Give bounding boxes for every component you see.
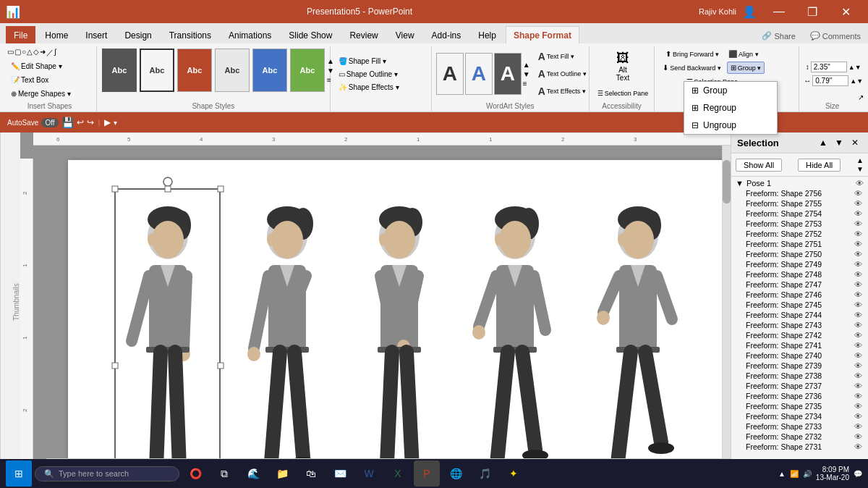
- shape-style-5[interactable]: Abc: [252, 49, 287, 92]
- item-eye-0[interactable]: 👁: [854, 189, 862, 198]
- browser2-button[interactable]: 🌐: [443, 460, 469, 487]
- item-eye-21[interactable]: 👁: [854, 402, 862, 411]
- hide-all-button[interactable]: Hide All: [798, 159, 841, 172]
- height-input[interactable]: [811, 62, 847, 72]
- shape-style-3[interactable]: Abc: [177, 49, 212, 92]
- layer-item[interactable]: Freeform: Shape 2731 👁: [734, 442, 865, 452]
- wordart-style-1[interactable]: A: [436, 53, 464, 95]
- layer-item[interactable]: Freeform: Shape 2750 👁: [734, 249, 865, 259]
- tab-help[interactable]: Help: [470, 26, 504, 43]
- tab-file[interactable]: File: [6, 26, 35, 43]
- width-arrows[interactable]: ▲▼: [850, 77, 863, 85]
- collapse-down-button[interactable]: ▼: [832, 135, 846, 150]
- tab-insert[interactable]: Insert: [77, 26, 115, 43]
- file-explorer-button[interactable]: 📁: [269, 460, 295, 487]
- layer-item[interactable]: Freeform: Shape 2752 👁: [734, 229, 865, 239]
- vertical-scrollbar[interactable]: [722, 146, 731, 458]
- shape-line[interactable]: ／: [46, 48, 54, 58]
- volume-icon[interactable]: 🔊: [803, 470, 812, 478]
- shape-style-4[interactable]: Abc: [215, 49, 250, 92]
- item-eye-25[interactable]: 👁: [854, 442, 862, 451]
- tab-design[interactable]: Design: [116, 26, 159, 43]
- group-button[interactable]: ⊞Group ▾: [727, 62, 765, 74]
- text-fill-button[interactable]: A Text Fill ▾: [535, 49, 590, 64]
- date[interactable]: 13-Mar-20: [816, 474, 849, 481]
- send-backward-button[interactable]: ⬇Send Backward ▾: [659, 62, 725, 74]
- autosave-toggle[interactable]: Off: [41, 118, 58, 127]
- shape-outline-button[interactable]: ▭Shape Outline ▾: [335, 68, 403, 80]
- dropdown-item-regroup[interactable]: ⊞ Regroup: [684, 99, 777, 117]
- text-effects-button[interactable]: A Text Effects ▾: [535, 83, 590, 99]
- item-eye-8[interactable]: 👁: [854, 270, 862, 279]
- size-expand[interactable]: ↗: [858, 93, 864, 101]
- scroll-up-button[interactable]: ▲: [856, 156, 864, 164]
- dropdown-item-ungroup[interactable]: ⊟ Ungroup: [684, 117, 777, 134]
- height-arrows[interactable]: ▲▼: [848, 64, 861, 71]
- layer-item[interactable]: Freeform: Shape 2741 👁: [734, 340, 865, 350]
- tab-transitions[interactable]: Transitions: [161, 26, 219, 43]
- item-eye-4[interactable]: 👁: [854, 230, 862, 238]
- tab-addins[interactable]: Add-ins: [424, 26, 469, 43]
- shape-style-2[interactable]: Abc: [140, 49, 174, 92]
- layer-item[interactable]: Freeform: Shape 2744 👁: [734, 310, 865, 320]
- layer-item[interactable]: Freeform: Shape 2756 👁: [734, 188, 865, 198]
- wordart-style-2[interactable]: A: [465, 53, 493, 95]
- merge-shapes-button[interactable]: ⊕Merge Shapes ▾: [7, 88, 75, 100]
- app1-button[interactable]: 🎵: [472, 460, 498, 487]
- layer-item[interactable]: Freeform: Shape 2735 👁: [734, 401, 865, 411]
- group-eye-icon[interactable]: 👁: [856, 179, 864, 188]
- start-button[interactable]: ⊞: [6, 460, 32, 487]
- tab-shapeformat[interactable]: Shape Format: [506, 26, 579, 43]
- layer-item[interactable]: Freeform: Shape 2746 👁: [734, 290, 865, 300]
- layer-item[interactable]: Freeform: Shape 2733 👁: [734, 421, 865, 432]
- align-button[interactable]: ⬛Align ▾: [725, 48, 762, 60]
- close-button[interactable]: ✕: [829, 0, 862, 23]
- item-eye-2[interactable]: 👁: [854, 209, 862, 218]
- network-icon[interactable]: 📶: [790, 470, 799, 478]
- item-eye-18[interactable]: 👁: [854, 371, 862, 380]
- edit-shape-button[interactable]: ✏️Edit Shape ▾: [7, 60, 75, 72]
- show-all-button[interactable]: Show All: [736, 159, 782, 172]
- layer-item[interactable]: Freeform: Shape 2747 👁: [734, 279, 865, 290]
- item-eye-5[interactable]: 👁: [854, 240, 862, 248]
- layer-item[interactable]: Freeform: Shape 2745 👁: [734, 300, 865, 310]
- shape-fill-button[interactable]: 🪣Shape Fill ▾: [335, 55, 403, 67]
- item-eye-7[interactable]: 👁: [854, 260, 862, 269]
- dropdown-item-group[interactable]: ⊞ Group: [684, 82, 777, 99]
- item-eye-19[interactable]: 👁: [854, 382, 862, 390]
- customize-button[interactable]: ▾: [114, 119, 117, 127]
- tab-review[interactable]: Review: [341, 26, 386, 43]
- layer-group-header[interactable]: ▼ Pose 1 👁: [734, 178, 865, 188]
- layer-item[interactable]: Freeform: Shape 2732 👁: [734, 432, 865, 442]
- item-eye-20[interactable]: 👁: [854, 392, 862, 400]
- item-eye-9[interactable]: 👁: [854, 280, 862, 289]
- alt-text-button[interactable]: 🖼 Alt Text: [601, 48, 644, 85]
- system-tray[interactable]: ▲: [778, 470, 786, 478]
- store-button[interactable]: 🛍: [298, 460, 324, 487]
- layer-item[interactable]: Freeform: Shape 2751 👁: [734, 239, 865, 249]
- shape-diamond[interactable]: ◇: [33, 48, 39, 58]
- shape-triangle[interactable]: △: [27, 48, 33, 58]
- item-eye-1[interactable]: 👁: [854, 199, 862, 208]
- layer-item[interactable]: Freeform: Shape 2736 👁: [734, 391, 865, 401]
- shape-effects-button[interactable]: ✨Shape Effects ▾: [335, 81, 403, 93]
- shape-style-1[interactable]: Abc: [102, 49, 137, 92]
- app2-button[interactable]: ✦: [501, 460, 527, 487]
- edge-button[interactable]: 🌊: [240, 460, 266, 487]
- shape-curve[interactable]: ∫: [54, 48, 56, 58]
- layer-item[interactable]: Freeform: Shape 2749 👁: [734, 259, 865, 269]
- item-eye-10[interactable]: 👁: [854, 290, 862, 299]
- word-button[interactable]: W: [356, 460, 382, 487]
- selection-pane-acc-button[interactable]: ☰Selection Pane: [594, 88, 652, 99]
- item-eye-3[interactable]: 👁: [854, 219, 862, 228]
- shape-style-6[interactable]: Abc: [290, 49, 325, 92]
- item-eye-23[interactable]: 👁: [854, 422, 862, 431]
- item-eye-13[interactable]: 👁: [854, 321, 862, 329]
- layer-item[interactable]: Freeform: Shape 2753 👁: [734, 219, 865, 229]
- tab-slideshow[interactable]: Slide Show: [281, 26, 340, 43]
- bring-forward-button[interactable]: ⬆Bring Forward ▾: [662, 48, 723, 60]
- layer-item[interactable]: Freeform: Shape 2755 👁: [734, 198, 865, 209]
- minimize-button[interactable]: —: [762, 0, 796, 23]
- shape-rounded[interactable]: ▢: [14, 48, 21, 58]
- width-input[interactable]: [812, 75, 848, 86]
